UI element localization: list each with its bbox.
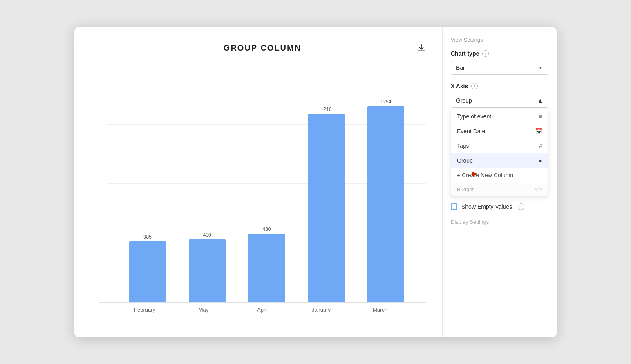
budget-icon: ### — [535, 187, 542, 192]
show-empty-info-icon[interactable]: i — [518, 203, 524, 210]
dropdown-item-event-date[interactable]: Event Date 📅 — [451, 124, 548, 138]
main-window: GROUP COLUMN 3854004301210125 — [74, 27, 557, 337]
display-settings-label: Display Settings — [451, 219, 548, 225]
bar-value-label: 1254 — [380, 99, 392, 105]
bar-group: 400 — [189, 232, 226, 302]
create-new-label: + Create New Column — [457, 172, 513, 179]
type-of-event-icon: ≡ — [539, 113, 542, 120]
bar — [129, 241, 166, 302]
bar-group: 430 — [248, 226, 285, 302]
event-date-label: Event Date — [457, 128, 485, 134]
x-axis-section: X Axis i — [451, 83, 548, 89]
bar-group: 1254 — [367, 99, 404, 302]
x-axis-dropdown-header[interactable]: Group ▲ — [451, 94, 548, 107]
create-new-column-button[interactable]: + Create New Column — [451, 168, 548, 183]
chart-type-info-icon[interactable]: i — [482, 50, 489, 57]
bar-chart: 38540043012101254 FebruaryMayAprilJanuar… — [99, 65, 426, 313]
x-axis-label-item: February — [126, 307, 163, 313]
bar — [189, 239, 226, 302]
sidebar: View Settings Chart type i Bar ▼ X Axis … — [442, 27, 557, 337]
x-axis-label: X Axis — [451, 83, 468, 89]
x-axis-label-item: May — [185, 307, 222, 313]
x-axis-dropdown-menu: Type of event ≡ Event Date 📅 Tags # Grou… — [451, 109, 548, 196]
chart-type-section: Chart type i — [451, 50, 548, 57]
bar-value-label: 430 — [262, 226, 271, 232]
chart-body: 38540043012101254 — [99, 65, 426, 303]
type-of-event-label: Type of event — [457, 113, 491, 120]
x-labels: FebruaryMayAprilJanuaryMarch — [99, 303, 426, 313]
group-label: Group — [457, 157, 473, 164]
x-axis-label-item: April — [244, 307, 281, 313]
x-axis-arrow-icon: ▲ — [537, 97, 543, 104]
tags-icon: # — [539, 143, 542, 149]
dropdown-item-tags[interactable]: Tags # — [451, 138, 548, 153]
tags-label: Tags — [457, 143, 469, 149]
view-settings-label: View Settings — [451, 37, 548, 43]
bar — [308, 114, 345, 302]
show-empty-checkbox[interactable] — [451, 203, 457, 210]
x-axis-label-item: March — [362, 307, 398, 313]
group-selected-icon: ● — [539, 157, 542, 164]
x-axis-selected: Group — [456, 97, 472, 104]
budget-row: Budget ### — [451, 183, 548, 196]
x-axis-label-item: January — [303, 307, 340, 313]
show-empty-label: Show Empty Values — [461, 203, 512, 210]
chart-type-dropdown[interactable]: Bar ▼ — [451, 61, 548, 75]
show-empty-values-row[interactable]: Show Empty Values i — [451, 200, 548, 213]
bar — [248, 234, 285, 302]
chart-type-arrow-icon: ▼ — [538, 65, 543, 71]
dropdown-item-type-of-event[interactable]: Type of event ≡ — [451, 109, 548, 124]
bar-value-label: 385 — [143, 234, 152, 240]
chart-header: GROUP COLUMN — [99, 43, 426, 53]
bar — [367, 106, 404, 302]
bar-group: 1210 — [308, 107, 345, 302]
x-axis-dropdown[interactable]: Group ▲ — [451, 94, 548, 108]
chart-type-label: Chart type — [451, 50, 479, 57]
event-date-icon: 📅 — [535, 128, 542, 134]
bars-wrapper: 38540043012101254 — [107, 65, 426, 302]
chart-area: GROUP COLUMN 3854004301210125 — [74, 27, 442, 337]
dropdown-item-group[interactable]: Group ● — [451, 153, 548, 168]
bar-group: 385 — [129, 234, 166, 302]
budget-label: Budget — [457, 186, 474, 192]
x-axis-info-icon[interactable]: i — [471, 83, 478, 89]
bar-value-label: 1210 — [321, 107, 332, 112]
chart-type-selected: Bar — [456, 65, 465, 71]
download-button[interactable] — [417, 43, 426, 54]
bar-value-label: 400 — [203, 232, 211, 238]
chart-title: GROUP COLUMN — [224, 43, 301, 53]
